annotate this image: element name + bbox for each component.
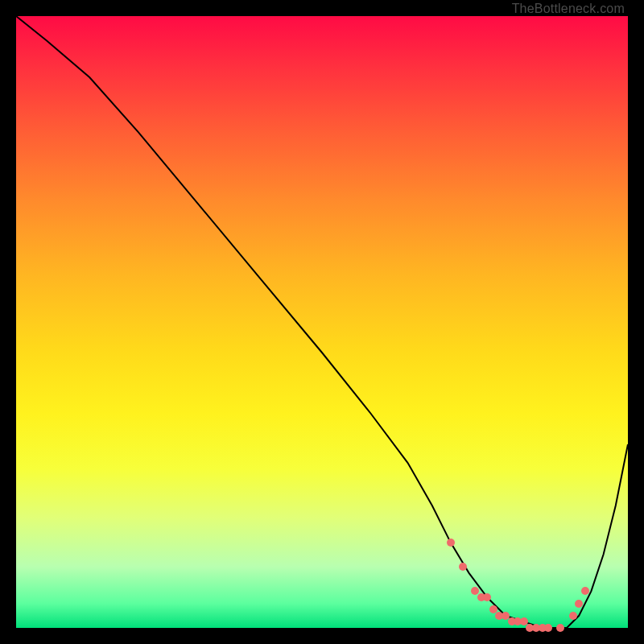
watermark: TheBottleneck.com	[512, 2, 625, 16]
marker-point	[575, 600, 583, 608]
marker-point	[544, 624, 552, 632]
plot-area	[16, 16, 628, 628]
marker-point	[447, 539, 455, 547]
marker-point	[569, 612, 577, 620]
line-curve	[16, 16, 628, 628]
chart-stage: TheBottleneck.com	[0, 0, 644, 644]
marker-point	[459, 563, 467, 571]
marker-point	[556, 624, 564, 632]
